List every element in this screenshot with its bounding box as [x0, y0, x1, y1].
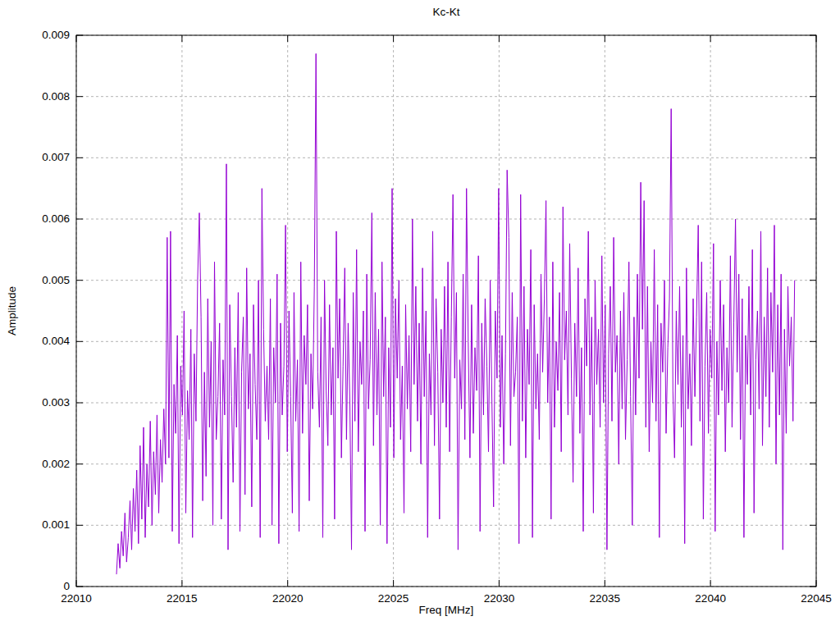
x-tick-label: 22015	[153, 592, 211, 605]
plot-area	[0, 0, 840, 630]
x-tick-label: 22045	[788, 592, 840, 605]
grid-lines	[76, 35, 816, 587]
y-axis-label: Amplitude	[6, 286, 18, 336]
chart: Kc-Kt Freq [MHz] Amplitude 00.0010.0020.…	[0, 0, 840, 630]
x-tick-label: 22040	[682, 592, 739, 605]
x-tick-label: 22030	[470, 592, 527, 605]
plot-border	[76, 35, 816, 587]
x-tick-label: 22020	[259, 592, 317, 605]
y-tick-label: 0.007	[0, 151, 70, 164]
chart-title: Kc-Kt	[76, 6, 816, 18]
y-tick-label: 0.004	[0, 335, 70, 348]
y-tick-label: 0.003	[0, 396, 70, 409]
axis-tick-marks	[76, 35, 816, 587]
x-axis-label: Freq [MHz]	[76, 604, 816, 616]
data-line	[116, 53, 795, 574]
y-tick-label: 0.002	[0, 458, 70, 471]
y-tick-label: 0.006	[0, 212, 70, 226]
x-tick-label: 22035	[576, 592, 633, 605]
y-tick-label: 0	[0, 580, 70, 593]
y-tick-label: 0.008	[0, 90, 70, 103]
y-tick-label: 0.009	[0, 29, 70, 42]
x-tick-label: 22010	[48, 592, 105, 605]
y-tick-label: 0.001	[0, 518, 70, 532]
x-tick-label: 22025	[365, 592, 422, 605]
y-tick-label: 0.005	[0, 274, 70, 287]
